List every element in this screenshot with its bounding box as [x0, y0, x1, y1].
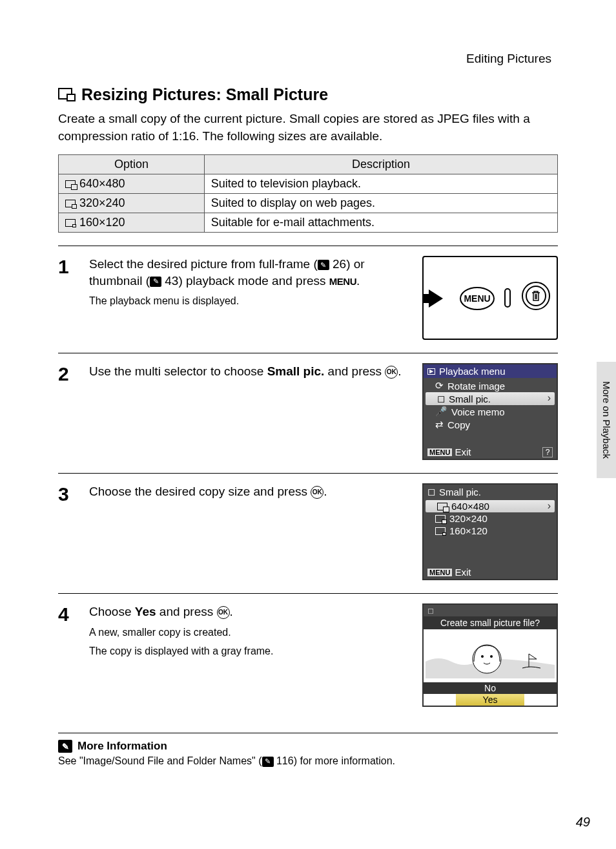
- menu-item-smallpic: ◻Small pic.: [426, 392, 555, 405]
- step2-end: and press: [324, 364, 385, 378]
- confirm-art: [424, 629, 557, 678]
- menu-tag: MENU: [427, 569, 452, 576]
- ref-icon: ✎: [150, 277, 161, 287]
- side-tab: More on Playback: [597, 362, 616, 478]
- more-info-title: More Information: [77, 740, 167, 753]
- step-4: 4 Choose Yes and press OK. A new, smalle…: [58, 593, 558, 720]
- more-info-section: ✎ More Information See "Image/Sound File…: [58, 733, 558, 767]
- menu-item-copy: ⇄Copy: [424, 418, 557, 431]
- opt-640: 640×480: [79, 177, 125, 191]
- opt-320: 320×240: [79, 196, 125, 210]
- step1-sub: The playback menu is displayed.: [89, 294, 409, 308]
- svg-point-2: [473, 645, 501, 673]
- lcd-playback-menu: ▶Playback menu ⟳Rotate image ◻Small pic.…: [422, 363, 558, 460]
- confirm-no: No: [424, 682, 557, 694]
- more-info-ref: 116: [276, 755, 294, 766]
- ref-icon: ✎: [262, 757, 274, 767]
- th-description: Description: [204, 155, 557, 174]
- menu-item-label: Copy: [447, 419, 470, 430]
- camera-illustration: MENU: [422, 256, 558, 340]
- menu-item-rotate: ⟳Rotate image: [424, 379, 557, 392]
- step4-sub2: The copy is displayed with a gray frame.: [89, 644, 409, 658]
- desc-640: Suited to television playback.: [204, 174, 557, 194]
- step1-ref2: 43: [165, 274, 178, 288]
- svg-point-3: [481, 655, 484, 658]
- intro-text: Create a small copy of the current pictu…: [58, 110, 558, 145]
- step-num: 3: [58, 483, 76, 580]
- camera-menu-label: MENU: [464, 293, 490, 304]
- breadcrumb: Editing Pictures: [58, 52, 558, 66]
- confirm-prompt: Create small picture file?: [424, 616, 557, 629]
- svg-point-4: [490, 655, 493, 658]
- lcd-title: Playback menu: [439, 366, 506, 377]
- table-row: 320×240 Suited to display on web pages.: [59, 194, 558, 213]
- trash-button: [522, 282, 550, 310]
- table-row: 160×120 Suitable for e-mail attachments.: [59, 213, 558, 233]
- ok-icon: OK: [385, 366, 398, 379]
- confirm-dialog: ◻ Create small picture file?: [422, 603, 558, 707]
- small-pic-icon: [58, 88, 76, 102]
- menu-item-label: Small pic.: [449, 393, 491, 404]
- ok-icon: OK: [217, 606, 230, 619]
- desc-160: Suitable for e-mail attachments.: [204, 213, 557, 233]
- more-info-pre: See "Image/Sound File and Folder Names" …: [58, 755, 262, 766]
- lcd-title: Small pic.: [439, 487, 481, 498]
- section-title: Resizing Pictures: Small Picture: [58, 85, 558, 104]
- menu-tag: MENU: [427, 448, 452, 456]
- step2-bold: Small pic.: [267, 364, 325, 378]
- menu-item-label: Rotate image: [447, 381, 505, 392]
- selector-icon: [504, 288, 511, 308]
- arrow-icon: [429, 289, 443, 308]
- info-icon: ✎: [58, 740, 72, 753]
- exit-label: Exit: [455, 567, 471, 578]
- confirm-yes: Yes: [456, 694, 524, 706]
- options-table: Option Description 640×480 Suited to tel…: [58, 154, 558, 233]
- step3-text: Choose the desired copy size and press: [89, 485, 311, 498]
- step2-pre: Use the multi selector to choose: [89, 364, 267, 378]
- size-item-640: 640×480: [426, 500, 555, 512]
- exit-label: Exit: [455, 446, 471, 457]
- more-info-end: ) for more information.: [294, 755, 395, 766]
- size-160-icon: [65, 219, 76, 227]
- svg-rect-1: [67, 94, 75, 101]
- size-label: 160×120: [449, 525, 488, 536]
- step-num: 4: [58, 603, 76, 707]
- camera-menu-button: MENU: [460, 286, 495, 311]
- menu-item-voice: 🎤Voice memo: [424, 405, 557, 418]
- step-3: 3 Choose the desired copy size and press…: [58, 473, 558, 593]
- ok-icon: OK: [311, 486, 323, 499]
- size-label: 320×240: [449, 513, 488, 524]
- size-item-160: 160×120: [424, 525, 557, 537]
- page-number: 49: [576, 815, 590, 830]
- step1-text: Select the desired picture from full-fra…: [89, 257, 318, 271]
- lcd-smallpic-menu: ◻Small pic. 640×480 320×240 160×120 MENU…: [422, 483, 558, 580]
- size-640-icon: [65, 180, 76, 188]
- size-320-icon: [65, 200, 76, 207]
- menu-label: MENU: [329, 276, 356, 287]
- size-item-320: 320×240: [424, 512, 557, 525]
- opt-160: 160×120: [79, 216, 125, 229]
- th-option: Option: [59, 155, 205, 174]
- ref-icon: ✎: [318, 260, 329, 270]
- step4-end: and press: [156, 605, 217, 618]
- playback-icon: ▶: [427, 368, 435, 375]
- step-2: 2 Use the multi selector to choose Small…: [58, 353, 558, 473]
- step1-end: ) playback mode and press: [178, 274, 329, 288]
- step4-pre: Choose: [89, 605, 135, 618]
- step4-sub1: A new, smaller copy is created.: [89, 625, 409, 640]
- size-label: 640×480: [451, 501, 489, 512]
- help-icon: ?: [542, 447, 553, 457]
- step1-ref1: 26: [333, 257, 346, 271]
- step-1: 1 Select the desired picture from full-f…: [58, 246, 558, 353]
- menu-item-label: Voice memo: [451, 406, 505, 417]
- step-num: 1: [58, 256, 76, 340]
- desc-320: Suited to display on web pages.: [204, 194, 557, 213]
- step-num: 2: [58, 363, 76, 460]
- table-row: 640×480 Suited to television playback.: [59, 174, 558, 194]
- step4-bold: Yes: [135, 605, 156, 618]
- section-title-text: Resizing Pictures: Small Picture: [81, 85, 328, 104]
